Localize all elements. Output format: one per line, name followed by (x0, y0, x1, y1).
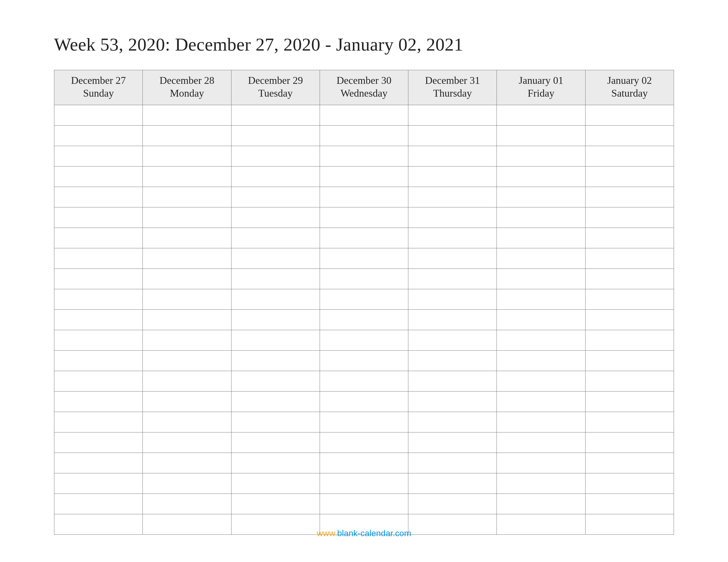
empty-cell (231, 371, 320, 391)
empty-cell (54, 494, 143, 514)
empty-cell (585, 330, 674, 350)
empty-cell (585, 269, 674, 289)
empty-cell (320, 167, 408, 187)
empty-cell (497, 391, 585, 412)
empty-cell (54, 228, 143, 248)
empty-cell (231, 269, 320, 289)
empty-cell (408, 350, 497, 371)
empty-cell (143, 167, 231, 187)
empty-cell (231, 391, 320, 412)
col-dow: Wednesday (321, 87, 407, 100)
table-row (54, 391, 674, 412)
empty-cell (143, 208, 231, 228)
table-row (54, 494, 674, 514)
table-row (54, 126, 674, 146)
empty-cell (54, 310, 143, 330)
col-header-sunday: December 27 Sunday (54, 70, 143, 105)
empty-cell (408, 310, 497, 330)
empty-cell (497, 371, 585, 391)
header-row: December 27 Sunday December 28 Monday De… (54, 70, 674, 105)
empty-cell (231, 330, 320, 350)
empty-cell (408, 371, 497, 391)
empty-cell (320, 330, 408, 350)
empty-cell (497, 453, 585, 473)
table-row (54, 350, 674, 371)
table-row (54, 167, 674, 187)
empty-cell (585, 473, 674, 494)
empty-cell (320, 391, 408, 412)
empty-cell (54, 187, 143, 208)
empty-cell (408, 473, 497, 494)
empty-cell (143, 310, 231, 330)
table-row (54, 412, 674, 432)
table-row (54, 248, 674, 269)
empty-cell (320, 146, 408, 167)
empty-cell (143, 248, 231, 269)
empty-cell (408, 432, 497, 453)
empty-cell (585, 289, 674, 310)
empty-cell (320, 228, 408, 248)
empty-cell (320, 105, 408, 126)
empty-cell (54, 350, 143, 371)
empty-cell (497, 208, 585, 228)
empty-cell (54, 167, 143, 187)
col-dow: Saturday (587, 87, 673, 100)
empty-cell (585, 167, 674, 187)
footer-www: www. (317, 528, 337, 538)
empty-cell (54, 371, 143, 391)
footer-credit: www.blank-calendar.com (0, 528, 728, 538)
col-header-tuesday: December 29 Tuesday (231, 70, 320, 105)
empty-cell (320, 453, 408, 473)
empty-cell (585, 432, 674, 453)
empty-cell (585, 228, 674, 248)
empty-cell (408, 105, 497, 126)
empty-cell (143, 473, 231, 494)
empty-cell (497, 167, 585, 187)
empty-cell (320, 494, 408, 514)
empty-cell (231, 248, 320, 269)
empty-cell (497, 310, 585, 330)
empty-cell (585, 126, 674, 146)
empty-cell (143, 391, 231, 412)
empty-cell (408, 146, 497, 167)
empty-cell (54, 432, 143, 453)
col-dow: Sunday (55, 87, 141, 100)
empty-cell (585, 310, 674, 330)
empty-cell (54, 126, 143, 146)
empty-cell (143, 371, 231, 391)
empty-cell (54, 248, 143, 269)
empty-cell (143, 350, 231, 371)
table-row (54, 330, 674, 350)
empty-cell (320, 248, 408, 269)
empty-cell (497, 146, 585, 167)
col-date: January 02 (587, 74, 673, 87)
empty-cell (585, 187, 674, 208)
empty-cell (497, 289, 585, 310)
empty-cell (585, 494, 674, 514)
empty-cell (408, 167, 497, 187)
empty-cell (408, 453, 497, 473)
col-header-friday: January 01 Friday (497, 70, 585, 105)
empty-cell (231, 473, 320, 494)
empty-cell (408, 126, 497, 146)
empty-cell (497, 228, 585, 248)
empty-cell (497, 473, 585, 494)
empty-cell (231, 350, 320, 371)
empty-cell (54, 105, 143, 126)
empty-cell (585, 453, 674, 473)
empty-cell (408, 412, 497, 432)
empty-cell (143, 228, 231, 248)
table-row (54, 453, 674, 473)
empty-cell (585, 208, 674, 228)
col-header-wednesday: December 30 Wednesday (320, 70, 408, 105)
col-date: December 31 (409, 74, 495, 87)
empty-cell (585, 412, 674, 432)
empty-cell (231, 146, 320, 167)
empty-cell (54, 146, 143, 167)
weekly-calendar-table: December 27 Sunday December 28 Monday De… (54, 70, 674, 535)
col-date: December 27 (55, 74, 141, 87)
col-header-monday: December 28 Monday (143, 70, 231, 105)
empty-cell (143, 453, 231, 473)
empty-cell (497, 187, 585, 208)
col-date: January 01 (498, 74, 584, 87)
